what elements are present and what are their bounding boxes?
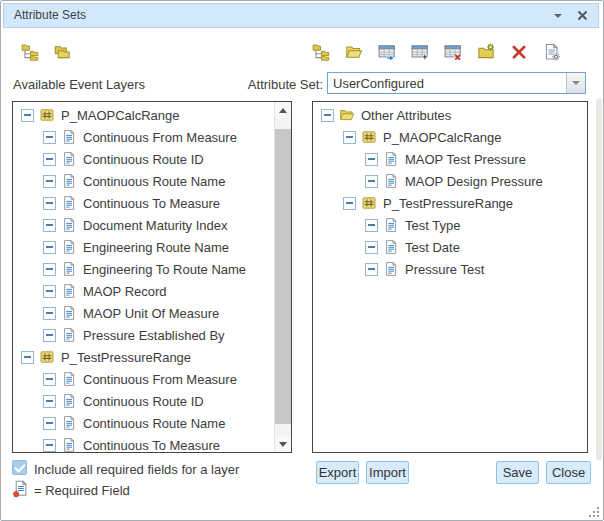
tree-collapse-box[interactable]	[43, 373, 56, 386]
tree-item[interactable]: P_TestPressureRange	[313, 192, 587, 214]
import-button[interactable]: Import	[366, 461, 409, 484]
tree-item[interactable]: P_MAOPCalcRange	[13, 104, 291, 126]
minus-icon	[46, 290, 53, 292]
tree-collapse-box[interactable]	[365, 175, 378, 188]
tree-item[interactable]: Continuous To Measure	[13, 192, 291, 214]
open-folder-button[interactable]	[345, 43, 363, 61]
tree-collapse-box[interactable]	[43, 219, 56, 232]
attribute-set-tree-button[interactable]	[312, 43, 330, 61]
export-table-button[interactable]	[378, 43, 396, 61]
tree-collapse-box[interactable]	[43, 417, 56, 430]
tree-collapse-box[interactable]	[43, 329, 56, 342]
tree-collapse-box[interactable]	[21, 351, 34, 364]
minus-icon	[368, 268, 375, 270]
folders-button[interactable]	[53, 43, 71, 61]
tree-collapse-box[interactable]	[343, 197, 356, 210]
tree-item[interactable]: P_MAOPCalcRange	[313, 126, 587, 148]
attribute-set-panel: Other AttributesP_MAOPCalcRangeMAOP Test…	[312, 101, 588, 453]
field-icon	[61, 195, 77, 211]
tree-item[interactable]: Engineering To Route Name	[13, 258, 291, 280]
delete-button[interactable]	[510, 43, 528, 61]
tree-collapse-box[interactable]	[43, 395, 56, 408]
tree-collapse-box[interactable]	[43, 285, 56, 298]
resize-grip[interactable]	[587, 504, 600, 517]
minus-icon	[368, 180, 375, 182]
tree-item-label: Continuous Route Name	[83, 416, 225, 431]
tree-collapse-box[interactable]	[43, 307, 56, 320]
field-icon	[383, 151, 399, 167]
tree-collapse-box[interactable]	[43, 153, 56, 166]
include-required-fields-label: Include all required fields for a layer	[34, 462, 239, 477]
tree-item-label: P_TestPressureRange	[383, 196, 513, 211]
new-attribute-set-tree-button[interactable]	[21, 43, 39, 61]
scrollbar-thumb[interactable]	[275, 129, 291, 424]
tree-item[interactable]: MAOP Test Pressure	[313, 148, 587, 170]
tree-item[interactable]: MAOP Record	[13, 280, 291, 302]
attribute-set-dropdown-button[interactable]	[566, 73, 585, 93]
tree-item[interactable]: Pressure Established By	[13, 324, 291, 346]
scroll-up-button[interactable]	[275, 102, 291, 118]
tree-item[interactable]: Test Date	[313, 236, 587, 258]
tree-collapse-box[interactable]	[365, 153, 378, 166]
minus-icon	[46, 268, 53, 270]
scroll-down-button[interactable]	[275, 436, 291, 452]
minus-icon	[46, 312, 53, 314]
tree-collapse-box[interactable]	[43, 439, 56, 452]
tree-collapse-box[interactable]	[365, 219, 378, 232]
export-button[interactable]: Export	[316, 461, 359, 484]
tree-collapse-box[interactable]	[43, 241, 56, 254]
left-panel-scrollbar[interactable]	[274, 102, 291, 452]
attribute-set-combobox[interactable]: UserConfigured	[327, 72, 586, 94]
available-event-layers-label: Available Event Layers	[13, 77, 145, 92]
required-field-label: = Required Field	[34, 483, 130, 498]
new-folder-button[interactable]	[477, 43, 495, 61]
tree-item[interactable]: Continuous Route ID	[13, 148, 291, 170]
tree-item-label: Test Type	[405, 218, 460, 233]
tree-item[interactable]: Continuous Route ID	[13, 390, 291, 412]
tree-item[interactable]: Test Type	[313, 214, 587, 236]
properties-button[interactable]	[543, 43, 561, 61]
minus-icon	[46, 378, 53, 380]
tree-item-label: Engineering To Route Name	[83, 262, 246, 277]
table-x-icon	[444, 43, 462, 61]
tree-collapse-box[interactable]	[43, 131, 56, 144]
tree-item[interactable]: MAOP Design Pressure	[313, 170, 587, 192]
tree-item[interactable]: Engineering Route Name	[13, 236, 291, 258]
tree-item[interactable]: MAOP Unit Of Measure	[13, 302, 291, 324]
save-button[interactable]: Save	[496, 461, 539, 484]
tree-collapse-box[interactable]	[365, 263, 378, 276]
tree-item[interactable]: Pressure Test	[313, 258, 587, 280]
close-dialog-button[interactable]: Close	[546, 461, 591, 484]
tree-collapse-box[interactable]	[21, 109, 34, 122]
tree-item[interactable]: Document Maturity Index	[13, 214, 291, 236]
minus-icon	[46, 224, 53, 226]
folder-gear-icon	[477, 43, 495, 61]
tree-collapse-box[interactable]	[43, 175, 56, 188]
minus-icon	[46, 180, 53, 182]
window-edge-strip	[596, 98, 602, 460]
tree-collapse-box[interactable]	[365, 241, 378, 254]
tree-item-label: MAOP Unit Of Measure	[83, 306, 219, 321]
tree-item[interactable]: Continuous From Measure	[13, 126, 291, 148]
tree-item[interactable]: Continuous Route Name	[13, 170, 291, 192]
tree-collapse-box[interactable]	[343, 131, 356, 144]
tree-collapse-box[interactable]	[43, 197, 56, 210]
include-required-fields-checkbox[interactable]	[12, 460, 27, 475]
close-button[interactable]	[575, 4, 590, 27]
titlebar-menu-button[interactable]	[551, 4, 565, 27]
tree-item[interactable]: Continuous Route Name	[13, 412, 291, 434]
tree-item[interactable]: Continuous To Measure	[13, 434, 291, 453]
tree-item[interactable]: P_TestPressureRange	[13, 346, 291, 368]
add-table-button[interactable]	[411, 43, 429, 61]
field-icon	[383, 239, 399, 255]
tree-item[interactable]: Other Attributes	[313, 104, 587, 126]
tree-collapse-box[interactable]	[321, 109, 334, 122]
tree-item[interactable]: Continuous From Measure	[13, 368, 291, 390]
minus-icon	[346, 202, 353, 204]
field-icon	[383, 261, 399, 277]
minus-icon	[46, 202, 53, 204]
table-arrow-icon	[378, 43, 396, 61]
tree-item-label: Continuous From Measure	[83, 130, 237, 145]
tree-collapse-box[interactable]	[43, 263, 56, 276]
remove-table-button[interactable]	[444, 43, 462, 61]
